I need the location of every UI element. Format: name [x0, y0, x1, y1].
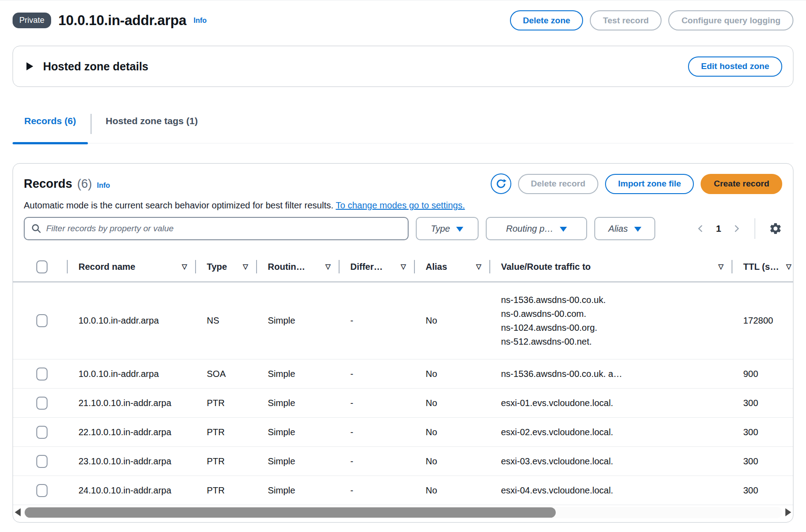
cell-routing: Simple [257, 485, 340, 496]
alias-filter-dropdown[interactable]: Alias [594, 217, 655, 240]
cell-type: PTR [196, 456, 257, 467]
routing-policy-filter-dropdown[interactable]: Routing p… [486, 217, 587, 240]
records-info-link[interactable]: Info [97, 182, 110, 190]
cell-differential: - [340, 369, 415, 379]
select-all-checkbox[interactable] [36, 260, 48, 273]
cell-value: ns-1536.awsdns-00.co.uk. a… [490, 369, 732, 379]
previous-page-button[interactable] [696, 224, 705, 234]
column-header-record-name[interactable]: Record name ▽ [68, 252, 196, 281]
configure-query-logging-button[interactable]: Configure query logging [668, 10, 793, 30]
column-header-label: TTL (s… [743, 262, 779, 272]
records-title: Records [24, 177, 72, 191]
cell-alias: No [415, 398, 490, 408]
records-table: Record name ▽ Type ▽ Routin… ▽ Differ… ▽ [13, 252, 793, 505]
row-checkbox[interactable] [36, 397, 48, 410]
column-header-value[interactable]: Value/Route traffic to ▽ [490, 252, 732, 281]
page-number[interactable]: 1 [716, 223, 721, 234]
page-title: 10.0.10.in-addr.arpa [58, 13, 186, 29]
delete-zone-button[interactable]: Delete zone [510, 10, 584, 30]
column-header-type[interactable]: Type ▽ [196, 252, 257, 281]
cell-alias: No [415, 427, 490, 437]
cell-record-name: 10.0.10.in-addr.arpa [68, 316, 196, 326]
cell-ttl: 300 [732, 427, 793, 437]
column-header-label: Record name [78, 262, 135, 272]
cell-value: esxi-03.evs.vcloudone.local. [490, 456, 732, 467]
edit-hosted-zone-button[interactable]: Edit hosted zone [688, 56, 782, 77]
row-checkbox[interactable] [36, 368, 48, 381]
scroll-left-arrow-icon[interactable] [15, 508, 21, 516]
tab-bar: Records (6) Hosted zone tags (1) [13, 113, 793, 143]
cell-routing: Simple [257, 398, 340, 408]
search-icon [31, 223, 42, 234]
sort-icon: ▽ [401, 263, 406, 271]
row-checkbox[interactable] [36, 426, 48, 439]
hosted-zone-details-title: Hosted zone details [43, 60, 148, 73]
cell-record-name: 24.10.0.10.in-addr.arpa [68, 485, 196, 496]
column-header-label: Routin… [268, 262, 305, 272]
refresh-button[interactable] [491, 173, 511, 194]
column-header-ttl[interactable]: TTL (s… ▽ [732, 252, 793, 281]
column-header-alias[interactable]: Alias ▽ [415, 252, 490, 281]
type-filter-label: Type [431, 224, 450, 234]
column-header-routing[interactable]: Routin… ▽ [257, 252, 340, 281]
settings-gear-button[interactable] [769, 222, 782, 235]
tab-records[interactable]: Records (6) [13, 113, 88, 143]
cell-record-name: 21.10.0.10.in-addr.arpa [68, 398, 196, 408]
expand-triangle-icon [26, 62, 33, 70]
pagination: 1 [696, 223, 741, 234]
row-checkbox[interactable] [36, 484, 48, 497]
create-record-button[interactable]: Create record [701, 174, 782, 194]
private-badge: Private [13, 13, 51, 28]
cell-routing: Simple [257, 369, 340, 379]
column-header-differential[interactable]: Differ… ▽ [340, 252, 415, 281]
cell-type: PTR [196, 485, 257, 496]
cell-differential: - [340, 485, 415, 496]
cell-differential: - [340, 427, 415, 437]
next-page-button[interactable] [732, 224, 741, 234]
gear-icon [769, 222, 782, 235]
refresh-icon [495, 178, 507, 190]
sort-icon: ▽ [243, 263, 248, 271]
search-mode-description: Automatic mode is the current search beh… [24, 200, 333, 210]
tab-hosted-zone-tags[interactable]: Hosted zone tags (1) [94, 113, 209, 143]
table-header-row: Record name ▽ Type ▽ Routin… ▽ Differ… ▽ [13, 252, 793, 282]
test-record-button[interactable]: Test record [590, 10, 662, 30]
horizontal-scrollbar[interactable] [15, 506, 791, 519]
filter-records-searchbox[interactable] [24, 217, 409, 240]
title-info-link[interactable]: Info [194, 17, 207, 25]
scrollbar-thumb[interactable] [25, 507, 556, 518]
alias-filter-label: Alias [608, 224, 627, 234]
cell-routing: Simple [257, 456, 340, 467]
cell-type: PTR [196, 427, 257, 437]
pagination-divider [754, 218, 755, 239]
cell-alias: No [415, 369, 490, 379]
table-row: 22.10.0.10.in-addr.arpa PTR Simple - No … [13, 418, 793, 447]
cell-alias: No [415, 456, 490, 467]
column-header-label: Differ… [350, 262, 383, 272]
type-filter-dropdown[interactable]: Type [416, 217, 479, 240]
table-row: 24.10.0.10.in-addr.arpa PTR Simple - No … [13, 476, 793, 505]
delete-record-button[interactable]: Delete record [518, 174, 598, 194]
row-checkbox[interactable] [36, 455, 48, 468]
scroll-right-arrow-icon[interactable] [785, 508, 791, 516]
table-row: 10.0.10.in-addr.arpa NS Simple - No ns-1… [13, 282, 793, 359]
cell-differential: - [340, 398, 415, 408]
hosted-zone-details-toggle[interactable]: Hosted zone details [26, 60, 148, 73]
scrollbar-track[interactable] [24, 507, 782, 518]
cell-routing: Simple [257, 316, 340, 326]
filter-records-input[interactable] [46, 224, 401, 234]
column-header-label: Type [207, 262, 227, 272]
cell-type: SOA [196, 369, 257, 379]
value-line: ns-1024.awsdns-00.org. [501, 321, 723, 335]
cell-value: ns-1536.awsdns-00.co.uk. ns-0.awsdns-00.… [490, 293, 732, 349]
import-zone-file-button[interactable]: Import zone file [605, 174, 694, 194]
change-modes-link[interactable]: To change modes go to settings. [336, 200, 465, 210]
value-line: ns-512.awsdns-00.net. [501, 335, 723, 349]
cell-differential: - [340, 316, 415, 326]
value-line: ns-1536.awsdns-00.co.uk. [501, 293, 723, 307]
column-header-label: Alias [426, 262, 447, 272]
cell-type: NS [196, 316, 257, 326]
cell-value: esxi-04.evs.vcloudone.local. [490, 485, 732, 496]
table-row: 10.0.10.in-addr.arpa SOA Simple - No ns-… [13, 359, 793, 389]
row-checkbox[interactable] [36, 314, 48, 327]
